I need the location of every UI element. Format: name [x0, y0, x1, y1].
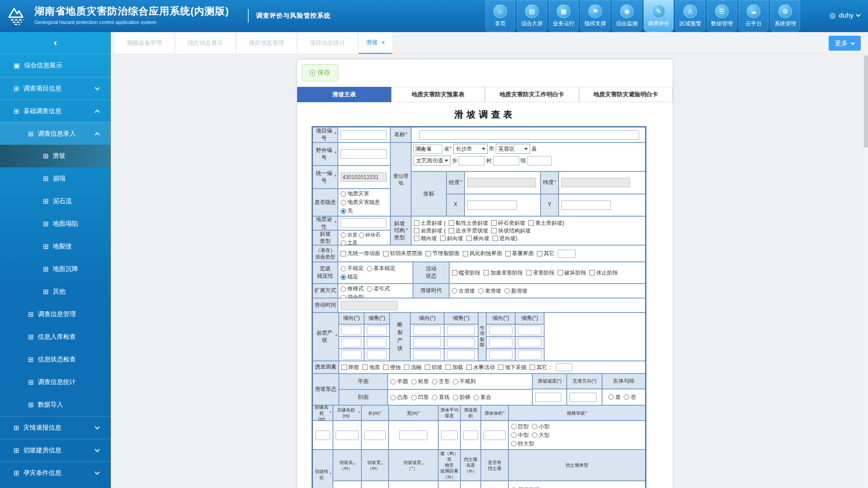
sidebar-item-ground-fissure[interactable]: ⊞ 地裂缝 — [0, 235, 111, 258]
checkbox-option[interactable]: 顺向坡 — [414, 235, 437, 242]
checkbox-option[interactable]: 冻融 — [404, 364, 422, 371]
checkbox-option[interactable]: 节理裂隙面 — [426, 250, 460, 257]
group-input[interactable] — [493, 156, 519, 166]
length-input[interactable] — [364, 431, 386, 440]
checkbox-option[interactable]: 加载 — [446, 364, 463, 371]
sidebar-collapse-button[interactable]: ‹ — [0, 32, 111, 54]
sidebar-item-integrated-info-display[interactable]: ▣ 综合信息展示 — [0, 54, 111, 77]
checkbox-option[interactable]: 加速变形阶段 — [484, 269, 523, 277]
nav-item-big-screen[interactable]: ▤ 综合大屏 — [517, 0, 547, 32]
trigger-other-input[interactable] — [556, 363, 572, 371]
radio-option[interactable]: 阶梯 — [453, 393, 470, 401]
strata-input[interactable] — [341, 218, 387, 228]
user-menu[interactable]: ◎ duhy — [830, 11, 860, 19]
slope-gradient-input[interactable] — [535, 393, 561, 402]
name-input[interactable] — [419, 130, 639, 140]
y-input[interactable] — [561, 200, 611, 210]
nav-item-home[interactable]: ⌂ 首页 — [485, 0, 515, 32]
town-select[interactable]: 文艺路街道 — [413, 156, 451, 166]
radio-option[interactable]: 岩质 — [341, 232, 357, 238]
sidebar-item-ground-subsidence[interactable]: ⊞ 地面沉降 — [0, 258, 111, 280]
front-elevation-input[interactable] — [315, 431, 330, 440]
sidebar-item-disaster-report-info[interactable]: ⊞ 灾情速报信息 — [0, 416, 111, 439]
radio-option[interactable]: 直线 — [432, 393, 450, 401]
tab-integrated-info-display[interactable]: 综合信息展示 — [175, 32, 235, 54]
tab-project-info-stats[interactable]: 项目信息统计 — [298, 32, 357, 54]
radio-option[interactable]: 舌形 — [432, 378, 450, 385]
fracture-dip-angle-input[interactable] — [447, 338, 475, 347]
sidebar-item-ground-collapse[interactable]: ⊞ 地面塌陷 — [0, 213, 111, 235]
sidebar-item-collapse-hazard[interactable]: ⊞ 崩塌 — [0, 167, 111, 190]
form-tab-landslide-main[interactable]: 滑坡主表 — [297, 87, 391, 102]
sidebar-item-slope-cut-housing-info[interactable]: ⊞ 切坡建房信息 — [0, 439, 111, 461]
checkbox-option[interactable]: 土质斜坡 ( — [414, 219, 446, 227]
joint-dip-dir-input[interactable] — [489, 350, 512, 360]
checkbox-option[interactable]: 斜向坡 — [440, 235, 463, 242]
checkbox-option[interactable]: 变形阶段 — [526, 269, 555, 277]
rear-elevation-input[interactable] — [336, 431, 359, 440]
village-input[interactable] — [459, 156, 485, 166]
main-slide-dir-input[interactable] — [569, 393, 597, 402]
checkbox-option[interactable]: 破坏阶段 — [558, 269, 586, 277]
checkbox-option[interactable]: 风化剥蚀界面 — [463, 250, 502, 257]
checkbox-option[interactable]: 岩质斜坡 ( — [414, 227, 446, 235]
form-tab-work-card[interactable]: 地质灾害防灾工作明白卡 — [485, 87, 579, 102]
radio-option[interactable]: 古滑坡 — [452, 287, 475, 295]
nav-item-integrated-monitor[interactable]: ◉ 综合监测 — [612, 0, 642, 32]
sidebar-item-info-storage-check[interactable]: ⊞ 信息入库检查 — [0, 326, 111, 348]
radio-option[interactable]: 新滑坡 — [504, 287, 527, 295]
checkbox-option[interactable]: 地震 — [362, 364, 380, 371]
radio-option[interactable]: 巨型 — [511, 423, 529, 431]
sidebar-item-data-import[interactable]: ⊞ 数据导入 — [0, 393, 111, 416]
checkbox-option[interactable]: 黏性土类斜坡 — [449, 219, 488, 227]
radio-option[interactable]: 复合 — [474, 393, 491, 401]
fracture-dip-dir-input[interactable] — [413, 338, 441, 347]
radio-option[interactable]: 特大型 — [511, 440, 534, 448]
county-select[interactable]: 芙蓉区 — [496, 144, 530, 154]
rock-dip-dir-input[interactable] — [342, 326, 361, 335]
sidebar-item-info-status-check[interactable]: ⊞ 信息状态检查 — [0, 348, 111, 371]
sidebar-item-landslide[interactable]: ⊞ 滑坡 — [0, 145, 111, 167]
sidebar-item-hazard-condition-info[interactable]: ⊞ 孕灾条件信息 — [0, 461, 111, 484]
joint-dip-angle-input[interactable] — [518, 338, 541, 347]
radio-option[interactable]: 大型 — [532, 431, 550, 439]
fracture-dip-angle-input[interactable] — [447, 326, 475, 335]
radio-option[interactable]: 不规则 — [453, 378, 476, 385]
nav-item-system-management[interactable]: ⚙ 系统管理 — [770, 0, 800, 32]
sidebar-item-other[interactable]: ⊞ 其他 — [0, 280, 111, 303]
tab-video-device-management[interactable]: 视频设备管理 — [114, 32, 174, 54]
close-icon[interactable]: × — [381, 39, 385, 46]
nav-item-cloud-platform[interactable]: ☁ 云平台 — [739, 0, 768, 32]
slip-surface-other-input[interactable] — [558, 250, 576, 258]
radio-option[interactable]: 地质灾害隐患 — [341, 199, 380, 206]
checkbox-option[interactable]: 其它 — [537, 250, 555, 257]
unified-no-input[interactable] — [341, 172, 387, 182]
width-input[interactable] — [399, 431, 427, 440]
checkbox-option[interactable]: 切坡 — [425, 364, 442, 371]
form-tab-prevention-plan[interactable]: 地质灾害防灾预案表 — [391, 87, 485, 102]
checkbox-option[interactable]: 软弱夹层层面 — [383, 250, 422, 257]
rock-dip-angle-input[interactable] — [367, 326, 387, 335]
more-button[interactable]: 更多 — [829, 36, 861, 51]
radio-option[interactable]: 凹形 — [411, 393, 429, 401]
avg-thickness-input[interactable] — [441, 431, 458, 440]
rock-dip-angle-input[interactable] — [367, 350, 387, 360]
radio-option[interactable]: 不稳定 — [341, 265, 364, 272]
radio-option[interactable]: 中型 — [511, 431, 529, 439]
x-input[interactable] — [467, 200, 517, 210]
radio-option[interactable]: 牵引式 — [367, 285, 390, 293]
subgroup-input[interactable] — [527, 156, 552, 166]
radio-option[interactable]: 老滑坡 — [478, 287, 501, 295]
sidebar-item-debris-flow[interactable]: ⊞ 泥石流 — [0, 190, 111, 213]
rock-dip-angle-input[interactable] — [367, 338, 387, 347]
checkbox-option[interactable]: 近水平层状坡 — [449, 227, 488, 235]
save-button[interactable]: 保存 — [302, 64, 338, 81]
checkbox-option[interactable]: 无统一滑动面 — [341, 250, 380, 257]
sidebar-item-survey-info-manage[interactable]: ⊞ 调查信息管理 — [0, 303, 111, 326]
tab-landslide[interactable]: 滑坡 × — [359, 32, 392, 54]
checkbox-option[interactable]: 降雨 — [342, 364, 359, 371]
radio-option[interactable]: 稳定 — [341, 273, 358, 281]
volume-input[interactable] — [484, 431, 506, 440]
scrollbar-thumb[interactable] — [864, 55, 868, 148]
radio-option[interactable]: 地质灾害 — [341, 190, 369, 198]
